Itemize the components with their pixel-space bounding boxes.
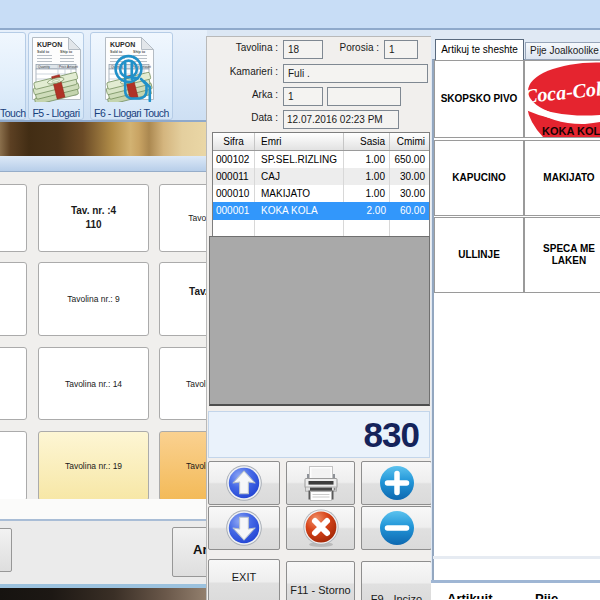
svg-text:KUPON: KUPON <box>37 41 62 48</box>
svg-text:Sold to: Sold to <box>110 50 123 54</box>
svg-text:Sold to: Sold to <box>37 50 50 54</box>
svg-text:KUPON: KUPON <box>110 41 135 48</box>
svg-text:Quantity: Quantity <box>38 65 50 69</box>
svg-text:Ship to: Ship to <box>133 50 146 54</box>
svg-text:KOKA KOLA: KOKA KOLA <box>542 125 600 137</box>
svg-text:Price: Price <box>59 65 66 69</box>
svg-text:Amount: Amount <box>67 65 78 69</box>
svg-text:Ship to: Ship to <box>60 50 73 54</box>
